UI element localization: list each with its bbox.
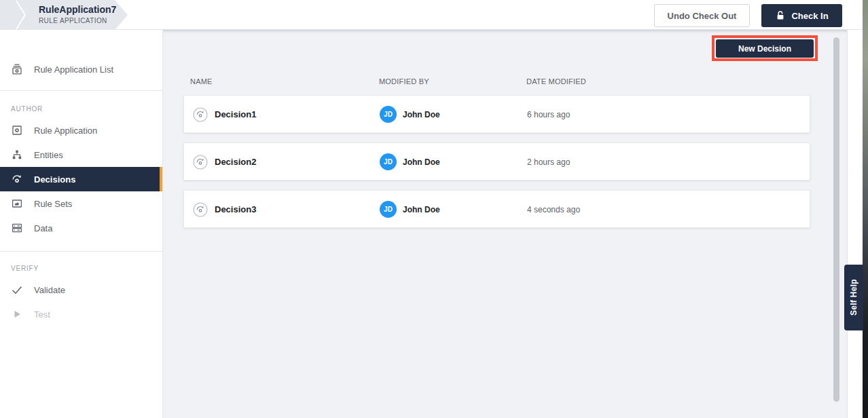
decision-name: Decision3: [215, 204, 256, 214]
breadcrumb-chevron-icon: [16, 0, 26, 30]
sidebar-item-validate[interactable]: Validate: [0, 278, 162, 302]
rule-application-icon: [11, 124, 23, 136]
column-header-date-modified: DATE MODIFIED: [526, 77, 586, 86]
sidebar-item-rule-application-list[interactable]: Rule Application List: [0, 57, 162, 81]
date-modified: 2 hours ago: [527, 157, 570, 167]
decisions-panel: NAME MODIFIED BY DATE MODIFIED Decision1…: [163, 30, 848, 418]
decisions-icon: [11, 173, 23, 185]
avatar: JD: [380, 106, 397, 123]
date-modified: 6 hours ago: [527, 110, 570, 119]
check-icon: [11, 284, 23, 296]
new-decision-button[interactable]: New Decision: [716, 39, 814, 58]
undo-check-out-button[interactable]: Undo Check Out: [654, 4, 750, 27]
sidebar-item-label: Test: [34, 309, 50, 320]
modified-by: John Doe: [403, 157, 440, 167]
decision-circle-icon: [193, 155, 208, 170]
sidebar-item-label: Decisions: [34, 174, 75, 185]
sidebar-item-label: Entities: [34, 150, 63, 160]
decision-circle-icon: [193, 107, 208, 122]
entities-icon: [11, 149, 23, 161]
breadcrumb[interactable]: RuleApplication7 RULE APPLICATION: [0, 0, 128, 30]
table-header-row: NAME MODIFIED BY DATE MODIFIED: [163, 77, 847, 91]
sidebar-item-decisions[interactable]: Decisions: [0, 167, 162, 191]
avatar: JD: [380, 153, 397, 170]
rule-application-list-icon: [11, 63, 23, 75]
sidebar-item-label: Validate: [34, 285, 65, 295]
sidebar-item-label: Rule Sets: [34, 199, 72, 209]
check-in-button[interactable]: Check In: [761, 4, 842, 27]
sidebar-item-label: Data: [34, 223, 52, 233]
column-header-name: NAME: [190, 77, 213, 86]
table-row[interactable]: Decision2 JD John Doe 2 hours ago: [183, 142, 810, 180]
sidebar-item-entities[interactable]: Entities: [0, 142, 162, 167]
avatar: JD: [380, 201, 397, 218]
sidebar-item-rule-sets[interactable]: Rule Sets: [0, 191, 162, 216]
play-icon: [11, 308, 23, 320]
rule-sets-icon: [11, 197, 23, 210]
decision-name: Decision1: [215, 109, 256, 119]
column-header-modified-by: MODIFIED BY: [379, 77, 429, 86]
sidebar-item-data[interactable]: Data: [0, 216, 162, 240]
breadcrumb-subtitle: RULE APPLICATION: [39, 17, 116, 26]
rule-application-window: RuleApplication7 RULE APPLICATION Undo C…: [0, 0, 868, 418]
sidebar-item-label: Rule Application List: [34, 64, 113, 75]
self-help-label: Self Help: [849, 279, 858, 316]
self-help-tab[interactable]: Self Help: [844, 265, 863, 330]
top-header-bar: RuleApplication7 RULE APPLICATION Undo C…: [0, 0, 863, 30]
check-in-label: Check In: [791, 11, 828, 21]
desktop-background-edge: [863, 0, 868, 418]
decision-circle-icon: [193, 202, 208, 217]
sidebar-item-rule-application[interactable]: Rule Application: [0, 118, 162, 142]
modified-by: John Doe: [403, 205, 440, 214]
lock-open-icon: [775, 10, 786, 21]
modified-by: John Doe: [403, 110, 440, 119]
sidebar: Rule Application List AUTHOR Rule Applic…: [0, 30, 163, 418]
date-modified: 4 seconds ago: [527, 205, 580, 214]
sidebar-section-author: AUTHOR: [0, 105, 162, 113]
table-row[interactable]: Decision1 JD John Doe 6 hours ago: [183, 95, 810, 133]
vertical-scrollbar[interactable]: [833, 37, 839, 402]
sidebar-item-label: Rule Application: [34, 126, 97, 136]
breadcrumb-title: RuleApplication7: [39, 4, 116, 16]
decision-name: Decision2: [215, 157, 256, 167]
data-icon: [11, 222, 23, 234]
sidebar-item-test: Test: [0, 302, 162, 326]
table-row[interactable]: Decision3 JD John Doe 4 seconds ago: [183, 190, 810, 228]
sidebar-section-verify: VERIFY: [0, 265, 162, 273]
